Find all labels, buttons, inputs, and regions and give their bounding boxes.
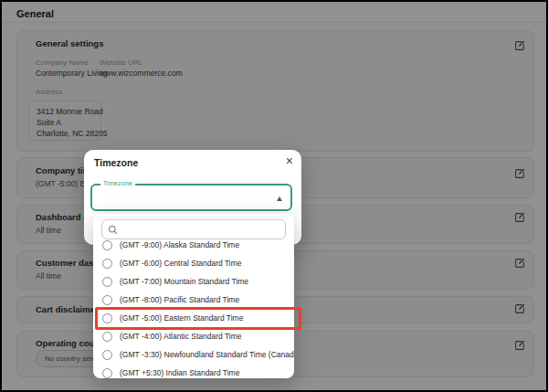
close-icon[interactable]: × — [286, 154, 293, 168]
timezone-option[interactable]: (GMT -4:00) Atlantic Standard Time — [93, 327, 294, 345]
timezone-option[interactable]: (GMT -8:00) Pacific Standard Time — [93, 291, 294, 309]
radio-icon — [102, 240, 112, 250]
radio-icon — [102, 259, 112, 269]
radio-icon — [102, 350, 112, 360]
timezone-option-highlighted[interactable]: (GMT -5:00) Eastern Standard Time — [93, 309, 294, 327]
radio-icon — [102, 295, 112, 305]
search-input[interactable] — [122, 225, 279, 234]
radio-icon — [102, 332, 112, 342]
timezone-option[interactable]: (GMT -9:00) Alaska Standard Time — [93, 236, 294, 254]
radio-icon — [102, 277, 112, 287]
timezone-select-label: Timezone — [100, 180, 135, 186]
search-icon — [108, 225, 118, 235]
timezone-option[interactable]: (GMT -3:30) Newfoundland Standard Time (… — [93, 345, 294, 364]
modal-title: Timezone — [94, 157, 138, 168]
chevron-up-icon — [277, 196, 282, 201]
radio-icon — [102, 313, 112, 323]
timezone-select[interactable]: Timezone — [90, 184, 292, 211]
timezone-dropdown: (GMT -9:00) Alaska Standard Time (GMT -6… — [93, 214, 294, 378]
timezone-option[interactable]: (GMT +5:30) Indian Standard Time — [93, 364, 294, 378]
timezone-option[interactable]: (GMT -6:00) Central Standard Time — [93, 254, 294, 272]
timezone-option-list: (GMT -9:00) Alaska Standard Time (GMT -6… — [93, 236, 294, 378]
timezone-option[interactable]: (GMT -7:00) Mountain Standard Time — [93, 272, 294, 291]
settings-window: General General settings Company Name Co… — [0, 0, 548, 392]
radio-icon — [102, 368, 112, 378]
